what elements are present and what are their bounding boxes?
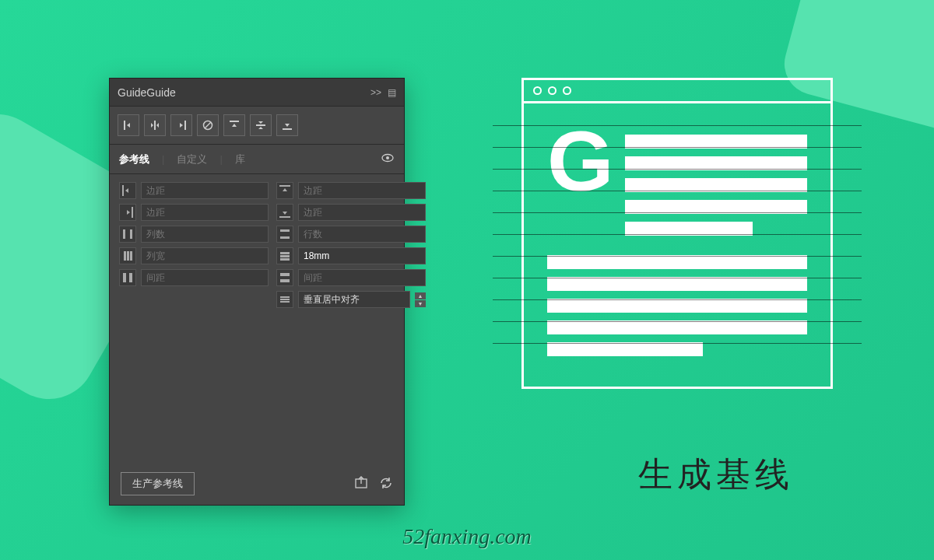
guideguide-panel: GuideGuide >> ▤ 参考线 | 自定义 | 库 xyxy=(109,78,405,506)
svg-rect-21 xyxy=(280,252,290,254)
window-dot-icon xyxy=(563,86,571,95)
guide-right-icon[interactable] xyxy=(170,114,192,136)
svg-rect-15 xyxy=(130,229,132,239)
align-stepper[interactable]: ▲▼ xyxy=(415,292,426,307)
svg-rect-27 xyxy=(280,279,290,282)
svg-rect-17 xyxy=(280,236,290,239)
svg-rect-26 xyxy=(280,273,290,276)
svg-rect-14 xyxy=(123,229,125,239)
svg-rect-2 xyxy=(184,121,186,130)
svg-rect-10 xyxy=(122,185,124,196)
align-icon xyxy=(276,291,293,308)
svg-rect-11 xyxy=(279,185,290,187)
tab-library[interactable]: 库 xyxy=(235,152,245,166)
row-height-icon xyxy=(276,247,293,264)
margin-right-icon xyxy=(119,204,136,221)
caption: 生成基线 xyxy=(638,452,794,498)
svg-point-9 xyxy=(386,156,389,159)
row-height-input[interactable] xyxy=(298,247,426,264)
visibility-icon[interactable] xyxy=(381,151,395,167)
svg-rect-30 xyxy=(280,301,290,303)
collapse-icon[interactable]: >> xyxy=(370,87,381,98)
logo-letter: G xyxy=(547,127,610,195)
tab-guides[interactable]: 参考线 xyxy=(119,152,149,166)
guide-left-icon[interactable] xyxy=(118,114,139,136)
svg-rect-25 xyxy=(129,273,132,282)
window-dot-icon xyxy=(533,86,542,95)
guide-center-h-icon[interactable] xyxy=(250,114,272,136)
panel-title: GuideGuide xyxy=(118,86,370,99)
guide-center-v-icon[interactable] xyxy=(144,114,166,136)
margin-left-input[interactable] xyxy=(141,182,269,199)
svg-rect-16 xyxy=(280,229,290,232)
margin-bottom-icon xyxy=(276,204,293,221)
margin-left-icon xyxy=(119,182,136,199)
svg-rect-6 xyxy=(256,124,265,126)
panel-header: GuideGuide >> ▤ xyxy=(110,79,404,107)
gutter-h-icon xyxy=(276,269,293,286)
guide-top-icon[interactable] xyxy=(223,114,245,136)
columns-icon xyxy=(119,226,136,243)
svg-rect-5 xyxy=(230,121,239,122)
svg-rect-13 xyxy=(279,216,290,218)
guide-bottom-icon[interactable] xyxy=(276,114,298,136)
svg-rect-28 xyxy=(280,296,290,298)
gutter-h-input[interactable] xyxy=(298,269,426,286)
columns-input[interactable] xyxy=(141,226,269,243)
svg-rect-24 xyxy=(123,273,126,282)
svg-rect-19 xyxy=(127,251,129,261)
col-width-input[interactable] xyxy=(141,247,269,264)
align-dropdown[interactable]: 垂直居中对齐 xyxy=(298,291,410,308)
window-illustration: G xyxy=(521,78,833,389)
tabs: 参考线 | 自定义 | 库 xyxy=(110,145,404,174)
svg-rect-23 xyxy=(280,258,290,261)
svg-rect-29 xyxy=(280,299,290,300)
margin-right-input[interactable] xyxy=(141,204,269,221)
refresh-icon[interactable] xyxy=(379,476,393,492)
svg-line-4 xyxy=(205,122,211,128)
svg-rect-18 xyxy=(124,251,126,261)
rows-icon xyxy=(276,226,293,243)
generate-button[interactable]: 生产参考线 xyxy=(121,472,195,495)
toolbar xyxy=(110,107,404,145)
margin-top-input[interactable] xyxy=(298,182,426,199)
svg-rect-22 xyxy=(280,255,290,257)
rows-input[interactable] xyxy=(298,226,426,243)
svg-rect-1 xyxy=(154,121,156,130)
tab-custom[interactable]: 自定义 xyxy=(177,152,207,166)
panel-footer: 生产参考线 xyxy=(110,463,404,505)
svg-rect-0 xyxy=(124,121,125,130)
margin-bottom-input[interactable] xyxy=(298,204,426,221)
svg-rect-7 xyxy=(283,128,292,130)
watermark: 52fanxing.com xyxy=(402,524,532,549)
svg-rect-20 xyxy=(130,251,132,261)
clear-icon[interactable] xyxy=(197,114,219,136)
window-dot-icon xyxy=(548,86,557,95)
fields-grid: 垂直居中对齐 ▲▼ xyxy=(110,174,404,316)
save-icon[interactable] xyxy=(354,476,368,492)
col-width-icon xyxy=(119,247,136,264)
svg-rect-12 xyxy=(132,207,133,218)
menu-icon[interactable]: ▤ xyxy=(388,87,396,98)
window-topbar xyxy=(524,80,830,103)
gutter-v-icon xyxy=(119,269,136,286)
margin-top-icon xyxy=(276,182,293,199)
gutter-v-input[interactable] xyxy=(141,269,269,286)
